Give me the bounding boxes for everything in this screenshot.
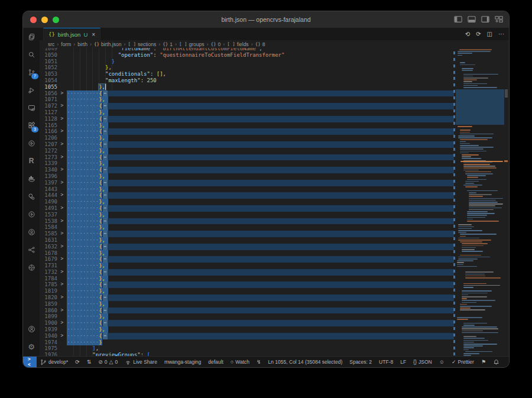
close-tab-icon[interactable]: × — [92, 31, 95, 38]
remote-explorer-button[interactable] — [23, 99, 40, 117]
flag-icon[interactable]: ⚑ — [478, 357, 489, 367]
code-line[interactable]: 1444>··········{⋯ — [40, 192, 508, 199]
toggle-panel-icon[interactable] — [468, 15, 476, 24]
environment[interactable]: mwanga-staging — [161, 357, 205, 367]
code-line[interactable]: 1166>··········{⋯ — [40, 128, 508, 135]
code-line[interactable]: 1053"conditionals": [], — [40, 71, 508, 77]
code-line[interactable]: 1272··········}, — [40, 148, 508, 154]
eol[interactable]: LF — [397, 357, 410, 367]
breadcrumb-item[interactable]: fields — [237, 41, 249, 47]
folded-region-ellipsis[interactable]: ⋯ — [103, 231, 108, 237]
code-line[interactable]: 1071··········}, — [40, 96, 508, 103]
code-line[interactable]: 1900>··········{⋯ — [40, 320, 508, 326]
folded-region-ellipsis[interactable]: ⋯ — [103, 333, 108, 339]
encoding[interactable]: UTF-8 — [375, 357, 397, 367]
folded-region-ellipsis[interactable]: ⋯ — [103, 180, 108, 186]
breadcrumb-item[interactable]: 8 — [262, 41, 265, 47]
notifications-bell[interactable] — [489, 357, 503, 367]
folded-region-ellipsis[interactable]: ⋯ — [103, 218, 108, 225]
folded-region-ellipsis[interactable]: ⋯ — [103, 192, 108, 199]
code-line[interactable]: 1732>··········{⋯ — [40, 269, 508, 276]
code-line[interactable]: 1056>··········{⋯ — [40, 90, 508, 97]
play-circle-button[interactable] — [23, 205, 40, 223]
source-control-button[interactable]: 7 — [23, 63, 40, 81]
settings-sync-button[interactable] — [23, 258, 40, 276]
breadcrumb-item[interactable]: 1 — [170, 41, 173, 47]
breadcrumb-item[interactable]: birth — [77, 41, 87, 47]
code-line[interactable]: 1820>··········{⋯ — [40, 295, 508, 301]
code-line[interactable]: 1165··········}, — [40, 122, 508, 129]
scrollbar-slider[interactable] — [505, 89, 508, 98]
code-line[interactable]: 1860>··········{⋯ — [40, 308, 508, 314]
folded-region-ellipsis[interactable]: ⋯ — [103, 320, 108, 326]
folded-region-ellipsis[interactable]: ⋯ — [103, 308, 108, 314]
code-line[interactable]: 1939··········}, — [40, 326, 508, 333]
toggle-primary-sidebar-icon[interactable] — [454, 15, 462, 24]
profile[interactable]: default — [205, 357, 227, 367]
code-line[interactable]: 1785>··········{⋯ — [40, 281, 508, 288]
manage-gear-button[interactable]: ⚙ — [23, 338, 40, 355]
code-line[interactable]: 1128>··········{⋯ — [40, 116, 508, 122]
split-editor-icon[interactable]: ◫ — [487, 31, 492, 37]
folded-region-ellipsis[interactable]: ⋯ — [103, 154, 108, 161]
code-line[interactable]: 1899··········}, — [40, 313, 508, 320]
folded-region-ellipsis[interactable]: ⋯ — [103, 116, 108, 122]
accounts-button[interactable] — [23, 320, 40, 338]
code-line[interactable]: 1396··········}, — [40, 173, 508, 180]
title-bar[interactable]: birth.json — opencrvs-farajaland — [23, 11, 509, 28]
timeline-history-icon[interactable]: ⟲ — [465, 31, 470, 37]
code-line[interactable]: 1273>··········{⋯ — [40, 154, 508, 161]
code-line[interactable]: 1052}, — [40, 64, 508, 71]
breadcrumb-item[interactable]: groups — [189, 41, 204, 47]
code-line[interactable]: 1631··········}, — [40, 237, 508, 244]
folded-region-ellipsis[interactable]: ⋯ — [103, 244, 108, 250]
code-line[interactable]: 1207>··········{⋯ — [40, 141, 508, 148]
code-line[interactable]: 1206··········}, — [40, 135, 508, 141]
code-line[interactable]: 1632>··········{⋯ — [40, 244, 508, 250]
code-line[interactable]: 1538>··········{⋯ — [40, 218, 508, 225]
folded-region-ellipsis[interactable]: ⋯ — [103, 256, 108, 263]
folded-region-ellipsis[interactable]: ⋯ — [103, 167, 108, 173]
editor[interactable]: 1049"fieldName": "birthAttendantCustomFi… — [40, 48, 508, 357]
folded-region-ellipsis[interactable]: ⋯ — [103, 281, 108, 288]
breadcrumb[interactable]: src›form›birth›{}birth.json›[ ]sections›… — [40, 40, 509, 48]
code-line[interactable]: 1050"operation": "questionnaireToCustomF… — [40, 52, 508, 59]
problems[interactable]: ⊘0△0 — [95, 357, 121, 367]
code-line[interactable]: 1537··········}, — [40, 212, 508, 218]
code-line[interactable]: 1491>··········{⋯ — [40, 205, 508, 212]
breadcrumb-item[interactable]: form — [61, 41, 71, 47]
github-button[interactable] — [23, 223, 40, 241]
folded-region-ellipsis[interactable]: ⋯ — [103, 205, 108, 212]
github-actions-button[interactable] — [23, 187, 40, 205]
folded-region-ellipsis[interactable]: ⋯ — [103, 103, 108, 109]
code-line[interactable]: 1859··········}, — [40, 301, 508, 308]
breadcrumb-item[interactable]: sections — [138, 41, 156, 47]
editor-scrollbar[interactable] — [504, 48, 508, 357]
language-mode[interactable]: {}JSON — [410, 357, 436, 367]
code-line[interactable]: 1055}, — [40, 84, 508, 90]
remote-indicator[interactable]: >< — [23, 357, 37, 367]
code-line[interactable]: 1679>··········{⋯ — [40, 256, 508, 263]
folded-region-ellipsis[interactable]: ⋯ — [103, 141, 108, 148]
watch[interactable]: ○Watch — [227, 357, 253, 367]
r-language-button[interactable]: R — [23, 152, 40, 170]
folded-region-ellipsis[interactable]: ⋯ — [103, 269, 108, 276]
minimap[interactable] — [456, 48, 504, 357]
code-line[interactable]: 1784··········}, — [40, 276, 508, 282]
tab-birth-json[interactable]: {} birth.json U × — [43, 28, 100, 40]
docker-button[interactable] — [23, 170, 40, 187]
sync-changes-icon[interactable]: ⟳ — [476, 31, 481, 37]
code-line[interactable]: 1049"fieldName": "birthAttendantCustomFi… — [40, 48, 508, 52]
customize-layout-icon[interactable] — [495, 15, 503, 24]
code-line[interactable]: 1975], — [40, 345, 508, 352]
code-line[interactable]: 1127··········}, — [40, 109, 508, 116]
code-line[interactable]: 1940>··········{⋯ — [40, 333, 508, 339]
code-line[interactable]: 1731··········}, — [40, 263, 508, 269]
folded-region-ellipsis[interactable]: ⋯ — [103, 128, 108, 135]
publish-icon[interactable]: ⇅ — [83, 357, 95, 367]
code-line[interactable]: 1339··········}, — [40, 160, 508, 167]
code-line[interactable]: 1072>··········{⋯ — [40, 103, 508, 109]
code-line[interactable]: 1051} — [40, 59, 508, 65]
breadcrumb-item[interactable]: src — [48, 41, 54, 47]
code-line[interactable]: 1340>··········{⋯ — [40, 167, 508, 173]
